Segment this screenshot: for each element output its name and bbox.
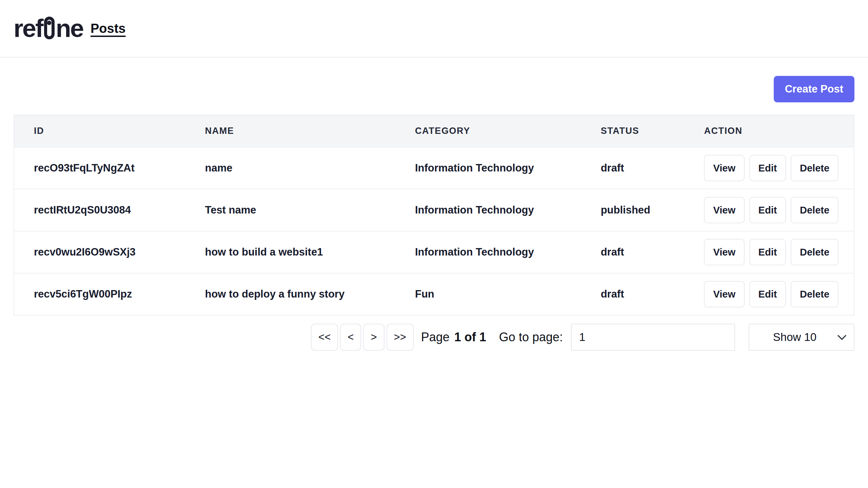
view-button[interactable]: View bbox=[704, 197, 745, 223]
cell-category: Fun bbox=[395, 273, 581, 315]
cell-actions: View Edit Delete bbox=[684, 147, 854, 189]
next-page-button[interactable]: > bbox=[363, 324, 384, 351]
chevron-down-icon bbox=[837, 335, 846, 340]
cell-name: Test name bbox=[185, 189, 396, 231]
cell-status: draft bbox=[581, 147, 685, 189]
pagination-bar: << < > >> Page 1 of 1 Go to page: Show 1… bbox=[14, 324, 854, 351]
cell-id: recv0wu2I6O9wSXj3 bbox=[14, 231, 185, 273]
page-size-value: Show 10 bbox=[773, 331, 816, 344]
cell-status: draft bbox=[581, 231, 685, 273]
logo-text-ref: ref bbox=[14, 16, 43, 41]
view-button[interactable]: View bbox=[704, 155, 745, 181]
page-info: 1 of 1 bbox=[454, 330, 486, 344]
cell-actions: View Edit Delete bbox=[684, 273, 854, 315]
delete-button[interactable]: Delete bbox=[791, 155, 839, 181]
table-row: recO93tFqLTyNgZAt name Information Techn… bbox=[14, 147, 854, 189]
view-button[interactable]: View bbox=[704, 239, 745, 265]
edit-button[interactable]: Edit bbox=[749, 155, 786, 181]
table-header: ID NAME CATEGORY STATUS ACTION bbox=[14, 115, 854, 147]
cell-category: Information Technology bbox=[395, 147, 581, 189]
page-content: Create Post ID NAME CATEGORY STATUS ACTI… bbox=[0, 76, 868, 351]
cell-id: recv5ci6TgW00PIpz bbox=[14, 273, 185, 315]
goto-page-label: Go to page: bbox=[499, 330, 563, 344]
column-header-status: STATUS bbox=[581, 115, 685, 147]
column-header-action: ACTION bbox=[684, 115, 854, 147]
edit-button[interactable]: Edit bbox=[749, 197, 786, 223]
edit-button[interactable]: Edit bbox=[749, 239, 786, 265]
table-row: recv5ci6TgW00PIpz how to deploy a funny … bbox=[14, 273, 854, 315]
column-header-category: CATEGORY bbox=[395, 115, 581, 147]
page-size-select[interactable]: Show 10 bbox=[749, 324, 854, 351]
refine-logo[interactable]: ref ne bbox=[14, 16, 83, 41]
nav-link-posts[interactable]: Posts bbox=[91, 21, 125, 36]
delete-button[interactable]: Delete bbox=[791, 197, 839, 223]
cell-id: rectIRtU2qS0U3084 bbox=[14, 189, 185, 231]
cell-status: published bbox=[581, 189, 685, 231]
cell-actions: View Edit Delete bbox=[684, 231, 854, 273]
toolbar: Create Post bbox=[14, 76, 854, 102]
column-header-id: ID bbox=[14, 115, 185, 147]
last-page-button[interactable]: >> bbox=[387, 324, 414, 351]
cell-actions: View Edit Delete bbox=[684, 189, 854, 231]
first-page-button[interactable]: << bbox=[311, 324, 338, 351]
cell-id: recO93tFqLTyNgZAt bbox=[14, 147, 185, 189]
posts-table: ID NAME CATEGORY STATUS ACTION recO93tFq… bbox=[14, 115, 854, 316]
table-row: rectIRtU2qS0U3084 Test name Information … bbox=[14, 189, 854, 231]
cell-category: Information Technology bbox=[395, 189, 581, 231]
cell-status: draft bbox=[581, 273, 685, 315]
delete-button[interactable]: Delete bbox=[791, 239, 839, 265]
edit-button[interactable]: Edit bbox=[749, 281, 786, 307]
cell-category: Information Technology bbox=[395, 231, 581, 273]
logo-text-ne: ne bbox=[56, 16, 83, 41]
page-label: Page bbox=[421, 330, 450, 344]
previous-page-button[interactable]: < bbox=[340, 324, 361, 351]
top-nav: ref ne Posts bbox=[0, 0, 868, 58]
cell-name: name bbox=[185, 147, 396, 189]
table-row: recv0wu2I6O9wSXj3 how to build a website… bbox=[14, 231, 854, 273]
view-button[interactable]: View bbox=[704, 281, 745, 307]
logo-pill-icon bbox=[44, 17, 55, 39]
column-header-name: NAME bbox=[185, 115, 396, 147]
create-post-button[interactable]: Create Post bbox=[774, 76, 854, 102]
cell-name: how to deploy a funny story bbox=[185, 273, 396, 315]
delete-button[interactable]: Delete bbox=[791, 281, 839, 307]
cell-name: how to build a website1 bbox=[185, 231, 396, 273]
goto-page-input[interactable] bbox=[571, 324, 735, 351]
